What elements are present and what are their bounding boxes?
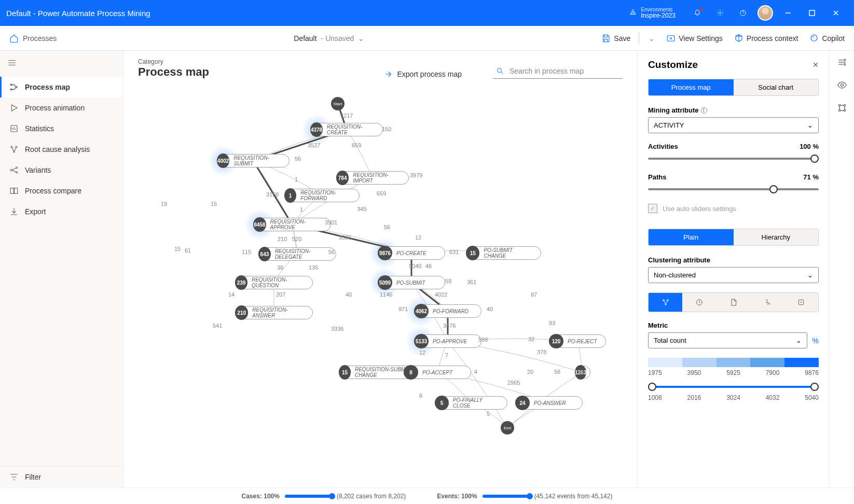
rail-view-icon[interactable] [837, 80, 847, 90]
command-bar: Processes Default - Unsaved ⌄ Save ⌄ Vie… [0, 26, 854, 51]
svg-point-23 [844, 59, 845, 61]
edge-label: 3158 [266, 191, 279, 198]
metric-custom-icon[interactable] [784, 293, 818, 312]
breadcrumb-processes[interactable]: Processes [9, 34, 57, 43]
node-por[interactable]: 120PO-REJECT [549, 334, 606, 348]
events-bar[interactable] [483, 495, 529, 498]
edge-label: 3476 [443, 323, 456, 329]
auto-sliders-checkbox: ✓Use auto sliders settings [648, 204, 819, 213]
notifications-icon[interactable] [686, 2, 709, 24]
activities-value: 100 % [800, 143, 819, 150]
panel-close[interactable]: ✕ [812, 61, 819, 69]
help-icon[interactable] [732, 2, 754, 24]
nav-toggle[interactable] [0, 54, 123, 77]
node-ran[interactable]: 210REQUISITION-ANSWER [235, 306, 313, 319]
mining-attribute-select[interactable]: ACTIVITY⌄ [648, 117, 819, 133]
search-input[interactable] [509, 67, 619, 75]
node-start[interactable]: Start [331, 97, 345, 110]
node-pof[interactable]: 4062PO-FORWARD [414, 304, 481, 318]
activities-slider[interactable] [648, 153, 819, 164]
legend-range-slider[interactable] [648, 382, 819, 392]
nav-process-compare[interactable]: Process compare [0, 180, 123, 201]
edge-label: 135 [309, 264, 318, 271]
edge-label: 3596 [339, 234, 351, 241]
process-dropdown[interactable]: ⌄ [358, 34, 364, 43]
node-rq[interactable]: 239REQUISITION-QUESTION [235, 276, 313, 289]
cases-bar[interactable] [285, 495, 332, 498]
node-ri[interactable]: 784REQUISITION-IMPORT [336, 171, 409, 185]
nav-variants[interactable]: Variants [0, 160, 123, 180]
environment-icon [629, 8, 637, 18]
panel-tabs: Process map Social chart [648, 79, 819, 96]
svg-point-28 [838, 109, 840, 111]
metric-fx-icon[interactable] [750, 293, 784, 312]
rail-hierarchy-icon[interactable] [837, 103, 847, 113]
paths-slider[interactable] [648, 184, 819, 194]
edge-label: 59 [445, 278, 451, 284]
search-process-map[interactable] [493, 65, 623, 79]
metric-time-icon[interactable] [682, 293, 716, 312]
tab-hierarchy[interactable]: Hierarchy [734, 229, 819, 245]
edge-label: 3979 [410, 172, 422, 178]
metric-frequency-icon[interactable] [649, 293, 682, 312]
edge-label: 3336 [331, 326, 343, 332]
view-settings-button[interactable]: View Settings [666, 34, 723, 43]
node-rd[interactable]: 643REQUISITION-DELEGATE [258, 247, 336, 261]
metric-select[interactable]: Total count⌄ [648, 332, 807, 348]
copilot-button[interactable]: Copilot [809, 34, 845, 43]
node-ra[interactable]: 8458REQUISITION-APPROVE [253, 218, 331, 231]
nav-statistics[interactable]: Statistics [0, 118, 123, 139]
nav-root-cause[interactable]: Root cause analysis [0, 139, 123, 160]
process-map-canvas[interactable]: Start4378REQUISITION-CREATE4002REQUISITI… [123, 84, 637, 487]
tab-social-chart[interactable]: Social chart [734, 79, 819, 95]
main-area: Category Process map Export process map … [123, 51, 637, 487]
node-end[interactable]: End [501, 421, 514, 435]
svg-point-11 [13, 151, 15, 152]
settings-icon[interactable] [709, 2, 732, 24]
avatar[interactable] [757, 5, 773, 21]
node-poans[interactable]: 24PO-ANSWER [515, 396, 583, 410]
metric-percent-toggle[interactable]: % [812, 337, 819, 345]
edge-label: 19 [161, 201, 167, 207]
edge-label: 1 [300, 206, 303, 213]
metric-finance-icon[interactable] [717, 293, 750, 312]
edge-label: 971 [398, 306, 408, 312]
node-rf[interactable]: 1REQUISITION-FORWARD [284, 189, 360, 202]
node-poc[interactable]: 9876PO-CREATE [378, 246, 445, 260]
nav-process-animation[interactable]: Process animation [0, 97, 123, 118]
node-pos[interactable]: 5099PO-SUBMIT [378, 276, 445, 289]
minimize-button[interactable] [776, 2, 800, 24]
save-button[interactable]: Save [601, 34, 630, 43]
info-icon[interactable]: i [701, 107, 707, 114]
tab-process-map[interactable]: Process map [649, 79, 734, 95]
close-button[interactable] [824, 2, 848, 24]
node-pfc[interactable]: 5PO-FINALLY CLOSE [435, 396, 507, 410]
nav-export[interactable]: Export [0, 201, 123, 222]
edge-label: 1 [295, 176, 298, 183]
edge-label: 631 [449, 249, 459, 255]
save-dropdown[interactable]: ⌄ [649, 34, 655, 43]
edge-label: 2965 [507, 380, 520, 386]
rail-customize-icon[interactable] [837, 57, 847, 67]
clustering-select[interactable]: Non-clustered⌄ [648, 267, 819, 283]
nav-filter[interactable]: Filter [0, 466, 123, 487]
edge-label: 378 [537, 349, 546, 355]
svg-point-7 [16, 87, 17, 88]
edge-label: 61 [185, 247, 191, 254]
edge-label: 659 [377, 190, 386, 197]
edge-label: 87 [531, 291, 537, 298]
process-context-button[interactable]: Process context [734, 34, 798, 43]
edge-label: 598 [478, 337, 488, 343]
node-posc[interactable]: 15PO-SUBMIT CHANGE [466, 246, 541, 260]
environment-picker[interactable]: Environments Inspire-2023 [629, 7, 676, 19]
maximize-button[interactable] [800, 2, 824, 24]
nav-process-map[interactable]: Process map [0, 77, 123, 97]
tab-plain[interactable]: Plain [649, 229, 734, 245]
node-rs[interactable]: 4002REQUISITION-SUBMIT [217, 154, 290, 167]
legend-top-labels: 19753950592579009876 [648, 369, 819, 376]
node-rc[interactable]: 4378REQUISITION-CREATE [310, 123, 383, 136]
export-process-map[interactable]: Export process map [384, 69, 462, 79]
node-pac[interactable]: 8PO-ACCEPT [404, 366, 471, 379]
node-poa[interactable]: 5133PO-APPROVE [414, 334, 481, 348]
edge-label: 20 [527, 369, 533, 375]
